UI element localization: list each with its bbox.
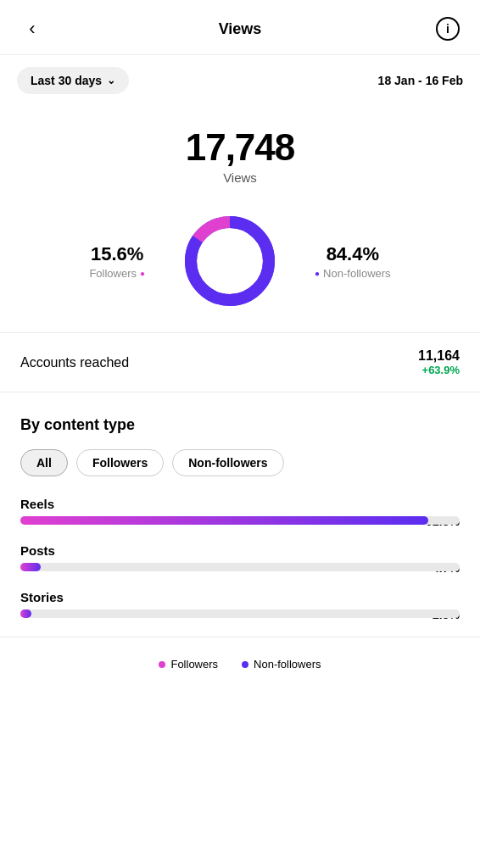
reels-bar-track xyxy=(20,516,460,525)
back-button[interactable]: ‹ xyxy=(17,14,47,44)
accounts-reached-change: +63.9% xyxy=(418,364,460,376)
reels-bar-fill xyxy=(20,516,428,525)
header: ‹ Views i xyxy=(0,0,480,55)
accounts-reached-values: 11,164 +63.9% xyxy=(418,348,460,376)
followers-dot-icon: ● xyxy=(140,269,145,278)
info-button[interactable]: i xyxy=(433,14,463,44)
donut-chart xyxy=(179,210,281,312)
bar-row-stories: Stories 2.5% xyxy=(20,590,460,618)
posts-bar-fill xyxy=(20,563,41,571)
date-range-display: 18 Jan - 16 Feb xyxy=(378,74,463,87)
views-number: 17,748 xyxy=(17,126,463,169)
page-title: Views xyxy=(219,20,262,38)
legend-nonfollowers-label: Non-followers xyxy=(254,658,321,670)
nonfollowers-label: ● Non-followers xyxy=(315,267,391,280)
followers-stat: 15.6% Followers ● xyxy=(89,243,145,280)
tab-all[interactable]: All xyxy=(20,449,68,476)
stories-label: Stories xyxy=(20,590,460,604)
date-filter-label: Last 30 days xyxy=(31,74,102,87)
content-type-tabs: All Followers Non-followers xyxy=(20,449,460,476)
tab-nonfollowers[interactable]: Non-followers xyxy=(172,449,283,476)
accounts-reached-row: Accounts reached 11,164 +63.9% xyxy=(0,332,480,392)
nonfollowers-stat: 84.4% ● Non-followers xyxy=(315,243,391,280)
bar-row-posts: Posts 4.7% xyxy=(20,543,460,571)
back-icon: ‹ xyxy=(29,18,35,40)
views-label: Views xyxy=(17,170,463,185)
stories-bar-track xyxy=(20,609,460,618)
content-type-section: By content type All Followers Non-follow… xyxy=(0,392,480,618)
followers-label: Followers ● xyxy=(89,267,145,280)
accounts-reached-label: Accounts reached xyxy=(20,355,129,370)
date-range-filter[interactable]: Last 30 days ⌄ xyxy=(17,67,129,94)
legend-nonfollowers-dot xyxy=(242,661,248,668)
donut-section: 15.6% Followers ● 84.4% ● Non-follow xyxy=(0,193,480,332)
legend-nonfollowers: Non-followers xyxy=(242,658,321,670)
tab-followers[interactable]: Followers xyxy=(76,449,164,476)
chevron-down-icon: ⌄ xyxy=(107,75,115,86)
bar-row-reels: Reels 92.8% xyxy=(20,497,460,525)
filter-bar: Last 30 days ⌄ 18 Jan - 16 Feb xyxy=(0,55,480,106)
followers-percent: 15.6% xyxy=(89,243,145,265)
reels-label: Reels xyxy=(20,497,460,511)
accounts-reached-number: 11,164 xyxy=(418,348,460,364)
views-count-section: 17,748 Views xyxy=(0,106,480,193)
nonfollowers-dot-icon: ● xyxy=(315,269,320,278)
legend: Followers Non-followers xyxy=(0,637,480,687)
posts-label: Posts xyxy=(20,543,460,558)
stories-bar-fill xyxy=(20,609,31,618)
nonfollowers-percent: 84.4% xyxy=(315,243,391,265)
legend-followers-dot xyxy=(159,661,165,668)
legend-followers-label: Followers xyxy=(170,658,218,670)
info-icon: i xyxy=(436,17,460,41)
content-type-title: By content type xyxy=(20,416,460,434)
posts-bar-track xyxy=(20,563,460,571)
legend-followers: Followers xyxy=(159,658,218,670)
